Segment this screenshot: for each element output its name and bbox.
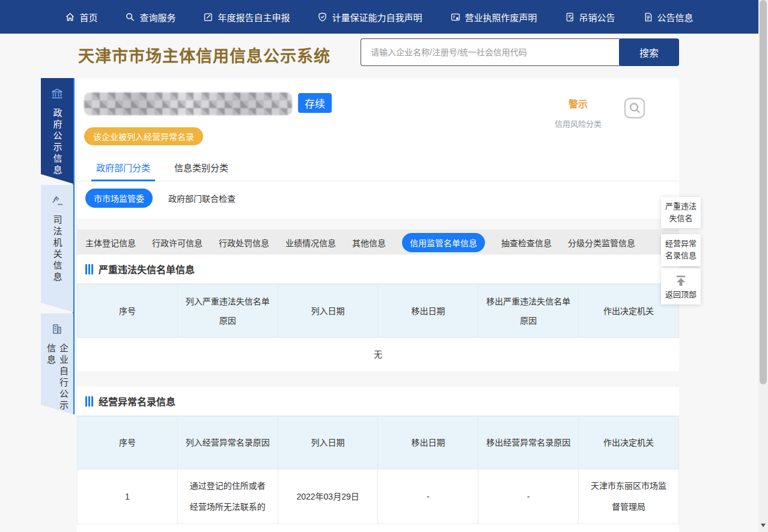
sidebar-item-label: 政府公示信息 [51, 108, 64, 177]
column-header: 序号 [78, 285, 178, 338]
nav-label: 查询服务 [139, 11, 175, 23]
nav-query-service[interactable]: 查询服务 [125, 11, 175, 23]
tab-label: 信息类别分类 [174, 161, 228, 174]
company-summary-card: 存续 该企业被列入经营异常名录 警示 信用风险分类 政府部门分类 信息类别分类 … [77, 78, 679, 219]
column-header: 移出严重违法失信名单原因 [478, 285, 579, 338]
empty-placeholder: 无 [78, 338, 679, 372]
cell-removal-reason: - [478, 470, 579, 524]
sidebar-item-judicial-info[interactable]: 司法机关信息 [41, 185, 73, 312]
tab-registration-info[interactable]: 主体登记信息 [85, 237, 136, 249]
sidebar-item-enterprise-self-disclosure[interactable]: 企业自行公示信息 [41, 313, 73, 414]
tab-spot-check-info[interactable]: 抽查检查信息 [501, 237, 552, 249]
search-input[interactable] [361, 38, 620, 66]
sidebar-item-label: 司法机关信息 [51, 215, 64, 283]
shield-check-icon [317, 12, 328, 22]
nav-revocation-notice[interactable]: 吊销公告 [565, 11, 615, 23]
column-header: 列入日期 [278, 285, 378, 338]
table-empty-row: 无 [78, 338, 679, 372]
doc-pen-icon [565, 12, 575, 22]
nav-metrology-declaration[interactable]: 计量保证能力自我声明 [317, 11, 422, 23]
tab-other-info[interactable]: 其他信息 [352, 237, 386, 249]
section-bars-icon [85, 396, 93, 407]
column-header: 作出决定机关 [579, 417, 679, 470]
filter-market-regulation-committee[interactable]: 市市场监管委 [85, 189, 153, 208]
category-tabs: 政府部门分类 信息类别分类 [77, 154, 679, 181]
nav-label: 营业执照作废声明 [465, 11, 537, 23]
serious-violation-table: 序号 列入严重违法失信名单原因 列入日期 移出日期 移出严重违法失信名单原因 作… [77, 284, 679, 371]
department-filters: 市市场监管委 政府部门联合检查 [85, 189, 236, 208]
page-scrollbar[interactable] [758, 0, 768, 532]
tab-government-department-category[interactable]: 政府部门分类 [91, 154, 155, 181]
filter-joint-inspection[interactable]: 政府部门联合检查 [168, 192, 236, 204]
tab-label: 政府部门分类 [96, 161, 150, 174]
building-icon [51, 323, 63, 337]
government-icon [50, 88, 64, 102]
info-tab-strip: 主体登记信息 行政许可信息 行政处罚信息 业绩情况信息 其他信息 信用监管名单信… [77, 229, 679, 255]
page-title: 天津市市场主体信用信息公示系统 [78, 43, 331, 67]
nav-label: 计量保证能力自我声明 [332, 11, 422, 23]
credit-risk-block: 警示 信用风险分类 [550, 96, 606, 129]
search-button[interactable]: 搜索 [619, 38, 679, 66]
section-serious-violation-list: 严重违法失信名单信息 序号 列入严重违法失信名单原因 列入日期 移出日期 移出严… [77, 255, 679, 371]
cell-removal-date: - [378, 470, 478, 524]
tab-information-type-category[interactable]: 信息类别分类 [169, 154, 233, 181]
table-header-row: 序号 列入经营异常名录原因 列入日期 移出日期 移出经营异常名录原因 作出决定机… [78, 417, 679, 470]
column-header: 移出日期 [378, 285, 478, 338]
nav-label: 公告信息 [657, 11, 693, 23]
column-header: 列入经营异常名录原因 [177, 417, 278, 470]
anchor-serious-violation[interactable]: 严重违法失信名 [661, 197, 701, 228]
nav-announcements[interactable]: 公告信息 [643, 11, 693, 23]
sidebar-item-government-public-info[interactable]: 政府公示信息 [41, 78, 73, 184]
nav-label: 年度报告自主申报 [218, 11, 290, 23]
column-header: 序号 [78, 417, 178, 470]
risk-level-label: 警示 [550, 96, 606, 110]
tab-administrative-penalty-info[interactable]: 行政处罚信息 [219, 237, 269, 249]
abnormal-operations-table: 序号 列入经营异常名录原因 列入日期 移出日期 移出经营异常名录原因 作出决定机… [77, 416, 679, 524]
section-heading: 经营异常名录信息 [77, 387, 679, 416]
tab-performance-info[interactable]: 业绩情况信息 [285, 237, 336, 249]
risk-detail-magnifier-icon[interactable] [624, 97, 645, 121]
table-row: 1 通过登记的住所或者经营场所无法联系的 2022年03月29日 - - 天津市… [78, 470, 679, 524]
anchor-abnormal-operations[interactable]: 经营异常名录信息 [661, 234, 701, 265]
cell-inclusion-reason: 通过登记的住所或者经营场所无法联系的 [177, 470, 278, 524]
tab-graded-classification-supervision-info[interactable]: 分级分类监管信息 [568, 237, 635, 249]
nav-label: 吊销公告 [579, 11, 615, 23]
arrow-up-icon [663, 274, 698, 288]
section-heading: 严重违法失信名单信息 [77, 255, 679, 284]
nav-annual-report[interactable]: 年度报告自主申报 [203, 11, 290, 23]
status-badge: 存续 [298, 93, 332, 113]
cell-inclusion-date: 2022年03月29日 [278, 470, 378, 524]
column-header: 移出日期 [378, 417, 478, 470]
search-icon [125, 12, 135, 22]
abnormal-operations-badge: 该企业被列入经营异常名录 [84, 127, 203, 145]
scrollbar-thumb[interactable] [760, 0, 767, 384]
top-nav: 首页 查询服务 年度报告自主申报 计量保证能力自我声明 营业执照作废声明 吊销公… [0, 0, 758, 34]
doc-lines-icon [643, 12, 653, 22]
column-header: 列入日期 [278, 417, 378, 470]
cell-seq: 1 [78, 470, 178, 524]
sidebar-item-label: 企业自行公示信息 [44, 343, 70, 414]
section-title: 经营异常名录信息 [99, 394, 175, 408]
tab-administrative-license-info[interactable]: 行政许可信息 [152, 237, 203, 249]
back-to-top-button[interactable]: 返回顶部 [661, 268, 701, 304]
risk-caption: 信用风险分类 [550, 118, 606, 129]
column-header: 移出经营异常名录原因 [478, 417, 579, 470]
scrollbar-down-arrow[interactable] [761, 524, 766, 527]
home-icon [65, 12, 75, 22]
section-abnormal-operations-list: 经营异常名录信息 序号 列入经营异常名录原因 列入日期 移出日期 移出经营异常名… [77, 387, 679, 532]
license-card-icon [450, 12, 461, 22]
search-bar: 搜索 [361, 38, 679, 66]
nav-home[interactable]: 首页 [65, 11, 97, 23]
back-to-top-label: 返回顶部 [665, 290, 696, 299]
tab-credit-supervision-list-info[interactable]: 信用监管名单信息 [402, 233, 485, 252]
company-name-redacted [84, 92, 292, 115]
section-title: 严重违法失信名单信息 [99, 262, 195, 276]
report-edit-icon [203, 12, 213, 22]
table-header-row: 序号 列入严重违法失信名单原因 列入日期 移出日期 移出严重违法失信名单原因 作… [78, 285, 679, 338]
floating-anchor-panel: 严重违法失信名 经营异常名录信息 返回顶部 [661, 197, 701, 304]
nav-license-void[interactable]: 营业执照作废声明 [450, 11, 537, 23]
column-header: 列入严重违法失信名单原因 [177, 285, 278, 338]
section-bars-icon [85, 264, 93, 274]
nav-label: 首页 [79, 11, 97, 23]
gavel-icon [50, 195, 64, 209]
